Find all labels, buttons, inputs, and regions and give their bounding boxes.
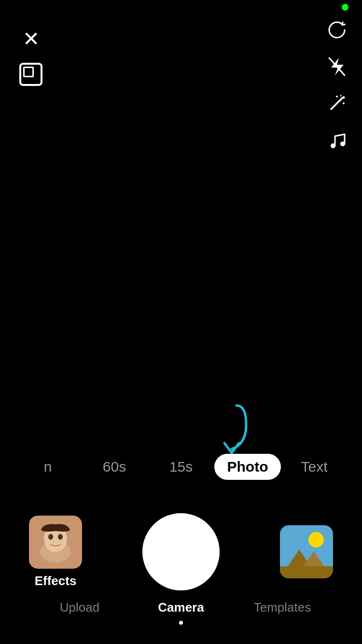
svg-line-1 bbox=[331, 100, 340, 109]
mode-photo[interactable]: Photo bbox=[214, 454, 281, 480]
top-right-controls bbox=[326, 19, 348, 151]
svg-point-4 bbox=[336, 96, 338, 98]
arrow-indicator bbox=[212, 401, 251, 461]
svg-point-6 bbox=[340, 95, 342, 97]
svg-rect-19 bbox=[280, 566, 333, 578]
top-left-controls: ✕ bbox=[19, 29, 42, 86]
music-icon bbox=[326, 129, 348, 151]
mode-15s[interactable]: 15s bbox=[148, 454, 214, 480]
camera-mode-bar: n 60s 15s Photo Text bbox=[0, 454, 362, 480]
svg-point-13 bbox=[58, 534, 63, 540]
rotate-camera-button[interactable] bbox=[326, 19, 348, 41]
templates-label: Templates bbox=[254, 600, 311, 615]
active-dot bbox=[179, 621, 183, 625]
close-button[interactable]: ✕ bbox=[19, 29, 42, 49]
magic-wand-icon bbox=[326, 93, 348, 114]
flash-button[interactable] bbox=[327, 56, 347, 77]
flash-icon bbox=[327, 56, 347, 77]
nav-templates[interactable]: Templates bbox=[232, 600, 333, 615]
mode-n[interactable]: n bbox=[14, 454, 81, 480]
gallery-button[interactable] bbox=[280, 525, 333, 578]
shutter-button[interactable] bbox=[142, 513, 220, 590]
music-button[interactable] bbox=[326, 129, 348, 151]
svg-point-12 bbox=[48, 534, 53, 540]
svg-point-3 bbox=[343, 97, 345, 99]
svg-point-7 bbox=[331, 143, 335, 148]
upload-label: Upload bbox=[60, 600, 99, 615]
camera-controls: Effects bbox=[0, 499, 362, 595]
shutter-inner bbox=[147, 518, 215, 586]
close-icon: ✕ bbox=[23, 29, 40, 49]
rotate-icon bbox=[326, 19, 348, 41]
mode-60s[interactable]: 60s bbox=[81, 454, 148, 480]
svg-point-5 bbox=[343, 102, 345, 104]
bottom-section: Effects bbox=[0, 499, 362, 644]
bottom-nav: Upload Camera Templates bbox=[0, 595, 362, 644]
svg-point-16 bbox=[308, 532, 324, 547]
magic-wand-button[interactable] bbox=[326, 93, 348, 114]
nav-camera[interactable]: Camera bbox=[130, 600, 232, 625]
frame-icon bbox=[19, 63, 42, 86]
nav-upload[interactable]: Upload bbox=[29, 600, 130, 615]
frame-mode-button[interactable] bbox=[19, 63, 42, 86]
svg-point-8 bbox=[340, 141, 345, 146]
mode-text[interactable]: Text bbox=[281, 454, 348, 480]
camera-label: Camera bbox=[158, 600, 204, 615]
status-indicator bbox=[342, 4, 348, 11]
effects-label: Effects bbox=[35, 574, 77, 588]
effects-button[interactable] bbox=[29, 516, 82, 569]
